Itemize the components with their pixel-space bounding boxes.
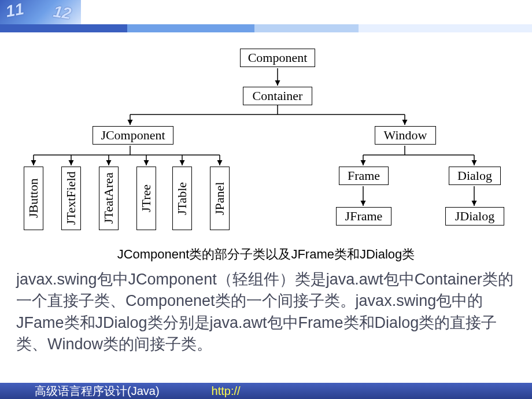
node-jbutton: JButton	[24, 167, 43, 230]
node-jtable: JTable	[172, 167, 192, 230]
header: 11 12	[0, 0, 532, 32]
description-paragraph: javax.swing包中JComponent（轻组件）类是java.awt包中…	[16, 269, 516, 355]
course-title: 高级语言程序设计(Java)	[35, 383, 160, 399]
decor-number: 11	[4, 0, 25, 21]
node-component: Component	[240, 49, 315, 67]
stripe	[359, 24, 532, 32]
node-dialog: Dialog	[449, 167, 501, 185]
stripe	[0, 24, 127, 32]
stripe	[127, 24, 254, 32]
node-jcomponent: JComponent	[93, 126, 173, 145]
diagram-caption: JComponent类的部分子类以及JFrame类和JDialog类	[0, 246, 532, 263]
node-jtree: JTree	[136, 167, 156, 230]
footer-link[interactable]: http://	[212, 385, 241, 398]
node-jdialog: JDialog	[445, 207, 504, 226]
node-jtextfield: JTextField	[61, 167, 81, 230]
stripe	[254, 24, 359, 32]
node-frame: Frame	[339, 167, 389, 185]
decor-number: 12	[52, 2, 72, 23]
class-diagram: Component Container JComponent Window JB…	[0, 40, 532, 243]
node-jpanel: JPanel	[210, 167, 230, 230]
node-window: Window	[375, 126, 436, 145]
node-jtextarea: JTeatArea	[99, 167, 119, 230]
node-jframe: JFrame	[336, 207, 391, 226]
node-container: Container	[243, 87, 312, 105]
footer-bar: 高级语言程序设计(Java) http://	[0, 383, 532, 399]
